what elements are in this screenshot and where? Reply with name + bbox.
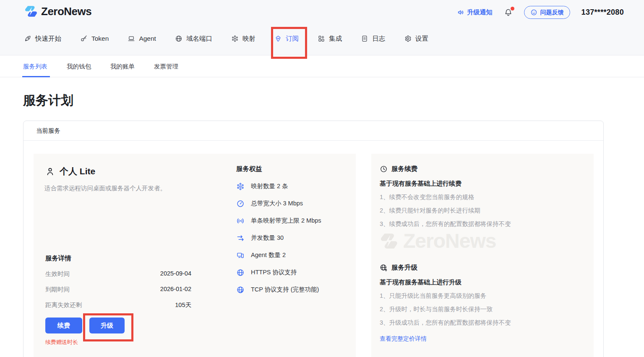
detail-value: 2025-09-04 [160, 270, 191, 278]
benefit-label: 总带宽大小 3 Mbps [251, 200, 303, 207]
nav-item-token[interactable]: Token [80, 35, 109, 42]
nav-label: 日志 [372, 34, 385, 43]
key-icon [80, 35, 88, 42]
benefits-section: 服务权益 映射数量 2 条 总带宽大小 3 Mbps [236, 165, 354, 303]
nav-label: Token [91, 35, 109, 42]
upgrade-button[interactable]: 升级 [89, 318, 125, 333]
renewal-title-text: 服务续费 [391, 165, 417, 173]
tab-service-list[interactable]: 服务列表 [23, 56, 47, 77]
detail-value: 2026-01-02 [160, 286, 191, 294]
nav-label: 快速开始 [35, 34, 61, 43]
nav-label: 设置 [415, 34, 428, 43]
rocket-icon [24, 35, 31, 42]
benefit-label: 映射数量 2 条 [251, 182, 288, 190]
info-panel: 服务续费 基于现有服务基础上进行续费 1、续费不会改变您当前服务的规格 2、续费… [371, 154, 594, 357]
nav-item-integration[interactable]: 集成 [318, 34, 342, 43]
tab-my-bills[interactable]: 我的账单 [110, 56, 135, 77]
primary-nav: 快速开始 Token Agent 域名端口 [0, 24, 644, 53]
header: ZeroNews 升级通知 [0, 0, 644, 55]
document-icon [361, 35, 368, 42]
lightning-logo-icon [23, 4, 38, 18]
detail-row-expiry-date: 到期时间 2026-01-02 [45, 286, 191, 294]
nav-label: 映射 [242, 34, 256, 43]
plan-panel: 个人 Lite 适合需求远程访问桌面或服务器个人开发者。 服务详情 生效时间 2… [34, 154, 356, 357]
benefit-label: HTTPS 协议支持 [251, 268, 297, 276]
renewal-item-2: 2、续费只能针对服务的时长进行续期 [380, 207, 480, 215]
feedback-label: 问题反馈 [540, 9, 564, 16]
globe-up-icon [380, 264, 388, 272]
nav-item-mapping[interactable]: 映射 [231, 34, 256, 43]
nav-label: 集成 [329, 34, 342, 43]
clock-icon [380, 165, 388, 173]
benefit-label: 单条映射带宽上限 2 Mbps [251, 217, 321, 225]
brand-logo[interactable]: ZeroNews [23, 4, 91, 18]
renewal-subtitle: 基于现有服务基础上进行续费 [380, 180, 461, 188]
feedback-button[interactable]: 问题反馈 [524, 6, 570, 19]
benefits-title: 服务权益 [236, 165, 354, 173]
renew-gift-note: 续费赠送时长 [45, 339, 78, 346]
benefit-https-support: HTTPS 协议支持 [236, 268, 354, 276]
gem-icon [274, 35, 282, 42]
nav-item-settings[interactable]: 设置 [404, 34, 428, 43]
full-pricing-link[interactable]: 查看完整定价详情 [380, 335, 427, 343]
gear-icon [404, 35, 412, 42]
mapping-hub-icon [231, 35, 239, 42]
detail-row-effective-date: 生效时间 2025-09-04 [45, 270, 191, 278]
globe-icon [175, 35, 183, 42]
benefit-label: 并发数量 30 [251, 234, 284, 242]
upgrade-section-title: 服务升级 [380, 263, 417, 272]
mapping-hub-icon [236, 182, 245, 191]
upgrade-item-1: 1、只能升级比当前服务更高级别的服务 [380, 292, 487, 300]
upgrade-notice-link[interactable]: 升级通知 [457, 8, 493, 16]
benefit-mapping-count: 映射数量 2 条 [236, 182, 354, 190]
tab-my-wallet[interactable]: 我的钱包 [67, 56, 91, 77]
upgrade-notice-label: 升级通知 [467, 8, 493, 16]
laptop-icon [128, 35, 135, 42]
benefit-tcp-support: TCP 协议支持 (完整功能) [236, 286, 354, 294]
brand-name: ZeroNews [41, 5, 91, 18]
globe-check-icon [236, 286, 245, 294]
nav-item-logs[interactable]: 日志 [361, 34, 385, 43]
benefit-concurrency: 并发数量 30 [236, 234, 354, 242]
renewal-section-title: 服务续费 [380, 165, 417, 173]
notification-bell-button[interactable] [504, 8, 513, 17]
benefit-total-bandwidth: 总带宽大小 3 Mbps [236, 200, 354, 207]
service-details-title: 服务详情 [45, 254, 71, 263]
benefit-label: Agent 数量 2 [251, 251, 286, 259]
speaker-icon [457, 8, 465, 16]
detail-value: 105天 [175, 301, 191, 309]
detail-row-days-remaining: 距离失效还剩 105天 [45, 301, 191, 309]
double-arrow-icon [236, 234, 245, 242]
lightning-logo-watermark-icon [378, 231, 399, 251]
nav-item-agent[interactable]: Agent [128, 35, 156, 42]
current-service-card: 当前服务 个人 Lite 适合需求远程访问桌面或服务器个人开发者。 服务详情 生… [23, 121, 604, 357]
upgrade-subtitle: 基于现有服务基础上进行升级 [380, 278, 461, 286]
globe-icon [236, 268, 245, 277]
renewal-item-1: 1、续费不会改变您当前服务的规格 [380, 193, 475, 201]
upgrade-item-3: 3、升级成功后，您所有的配置数据都将保持不变 [380, 319, 511, 327]
nav-item-domain-port[interactable]: 域名端口 [175, 34, 212, 43]
tab-invoice-management[interactable]: 发票管理 [154, 56, 178, 77]
upgrade-title-text: 服务升级 [391, 263, 417, 272]
plan-name: 个人 Lite [60, 165, 95, 177]
subscription-subnav: 服务列表 我的钱包 我的账单 发票管理 [0, 56, 644, 77]
devices-icon [236, 251, 245, 260]
nav-label: Agent [139, 35, 156, 42]
nav-label: 域名端口 [186, 34, 212, 43]
smiley-icon [530, 9, 537, 16]
user-phone-number[interactable]: 137****2080 [581, 8, 624, 17]
benefit-label: TCP 协议支持 (完整功能) [251, 286, 319, 294]
notification-dot-badge [511, 7, 514, 10]
nav-item-subscription[interactable]: 订阅 [274, 34, 299, 43]
broadcast-icon [236, 217, 245, 225]
renew-button[interactable]: 续费 [45, 318, 82, 333]
upgrade-item-2: 2、升级时，时长与当前服务时长保持一致 [380, 305, 493, 313]
benefit-single-mapping-bandwidth: 单条映射带宽上限 2 Mbps [236, 217, 354, 225]
nav-item-quick-start[interactable]: 快速开始 [24, 34, 61, 43]
grid-plus-icon [318, 35, 325, 42]
watermark-text: ZeroNews [403, 229, 496, 252]
detail-label: 生效时间 [45, 270, 70, 278]
card-header-current-service: 当前服务 [23, 121, 603, 141]
plan-description: 适合需求远程访问桌面或服务器个人开发者。 [44, 184, 200, 192]
person-icon [45, 167, 55, 176]
